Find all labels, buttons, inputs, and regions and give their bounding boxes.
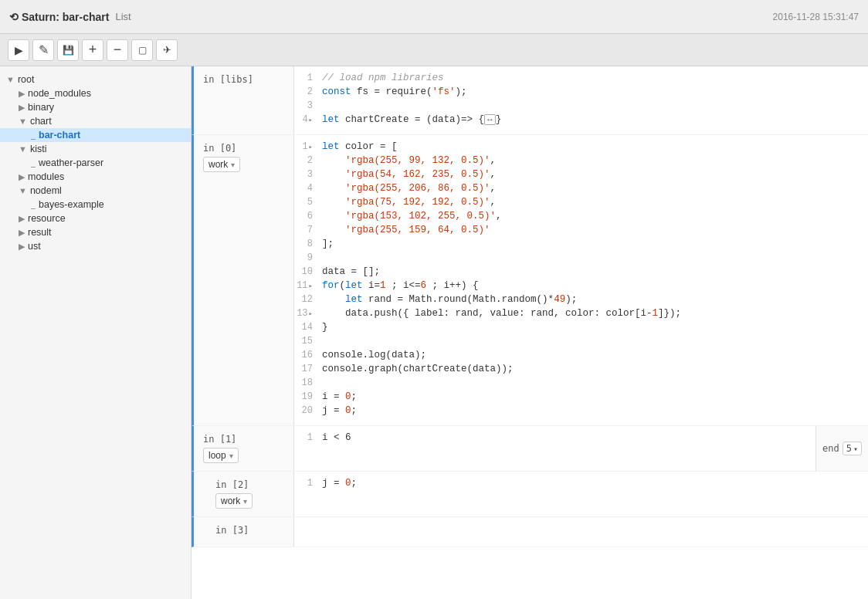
sidebar-item-label: ust: [28, 241, 41, 252]
sidebar-item-node_modules[interactable]: ▶ node_modules: [0, 86, 191, 100]
editor-area: in [libs] 1 // load npm libraries 2 cons…: [192, 66, 868, 599]
code-line: 1▸ let color = [: [294, 141, 868, 155]
sidebar-item-label: binary: [28, 102, 54, 113]
code-line: 20 j = 0;: [294, 405, 868, 419]
code-line: 5 'rgba(75, 192, 192, 0.5)',: [294, 197, 868, 211]
folder-icon: ▶: [19, 89, 25, 99]
cell-badge-loop[interactable]: loop ▾: [203, 448, 239, 463]
clear-button[interactable]: ▢: [131, 39, 153, 61]
topbar: ⟲ Saturn: bar-chart List 2016-11-28 15:3…: [0, 0, 868, 34]
cell-0: in [0] work ▾ 1▸ let color = [ 2 'rgba(2…: [192, 135, 868, 426]
list-link[interactable]: List: [115, 11, 131, 22]
code-line: 3: [294, 100, 868, 114]
code-line: 3 'rgba(54, 162, 235, 0.5)',: [294, 169, 868, 183]
code-line: 10 data = [];: [294, 266, 868, 280]
cell-content-0[interactable]: 1▸ let color = [ 2 'rgba(255, 99, 132, 0…: [294, 135, 868, 425]
file-icon: ⎯: [31, 159, 36, 168]
cell-content-3[interactable]: [294, 517, 868, 547]
main-container: ▼ root ▶ node_modules ▶ binary ▼ chart ⎯…: [0, 66, 868, 599]
folder-icon: ▼: [19, 117, 27, 126]
remove-button[interactable]: −: [107, 39, 128, 61]
sidebar-item-ust[interactable]: ▶ ust: [0, 239, 191, 253]
file-tree: ▼ root ▶ node_modules ▶ binary ▼ chart ⎯…: [0, 66, 192, 599]
code-line: 1 // load npm libraries: [294, 73, 868, 86]
cell-content-libs[interactable]: 1 // load npm libraries 2 const fs = req…: [294, 66, 868, 134]
cell-label-3: in [3]: [215, 525, 284, 536]
sidebar-item-label: chart: [30, 116, 52, 127]
cell-libs: in [libs] 1 // load npm libraries 2 cons…: [192, 66, 868, 135]
cell-2: in [2] work ▾ 1 j = 0;: [192, 472, 868, 517]
folder-icon: ▶: [19, 103, 25, 113]
sidebar-item-root[interactable]: ▼ root: [0, 73, 191, 86]
cell-1: in [1] loop ▾ 1 i < 6 end 5 ▾: [192, 426, 868, 472]
cell-label-0: in [0]: [203, 143, 284, 154]
code-line: 18: [294, 377, 868, 391]
sidebar-item-result[interactable]: ▶ result: [0, 225, 191, 239]
code-line: 2 'rgba(255, 99, 132, 0.5)',: [294, 155, 868, 169]
cell-label-2: in [2]: [215, 479, 284, 490]
sidebar-item-label: root: [18, 74, 35, 85]
code-line: 8 ];: [294, 239, 868, 252]
run-button[interactable]: ▶: [8, 39, 29, 61]
code-line: 7 'rgba(255, 159, 64, 0.5)': [294, 225, 868, 239]
add-button[interactable]: +: [82, 39, 103, 61]
sidebar-item-label: result: [28, 227, 52, 238]
sidebar-item-weather-parser[interactable]: ⎯ weather-parser: [0, 156, 191, 170]
sidebar-item-label: nodeml: [30, 185, 62, 196]
sidebar-item-kisti[interactable]: ▼ kisti: [0, 142, 191, 156]
cell-label-libs: in [libs]: [203, 74, 284, 85]
cell-label-1: in [1]: [203, 434, 284, 445]
code-line: 13▸ data.push({ label: rand, value: rand…: [294, 308, 868, 322]
sidebar-item-label: bayes-example: [39, 199, 104, 210]
sidebar-item-chart[interactable]: ▼ chart: [0, 114, 191, 128]
sidebar-item-bar-chart[interactable]: ⎯ bar-chart: [0, 128, 191, 142]
code-line: 9: [294, 252, 868, 266]
sidebar-item-binary[interactable]: ▶ binary: [0, 100, 191, 114]
code-line: 2 const fs = require('fs');: [294, 86, 868, 100]
sidebar-item-label: weather-parser: [39, 157, 103, 168]
app-logo: ⟲ Saturn: bar-chart: [9, 11, 109, 23]
topbar-left: ⟲ Saturn: bar-chart List: [9, 11, 131, 23]
file-icon: ⎯: [31, 131, 36, 140]
cell-3: in [3]: [192, 517, 868, 547]
code-line: 15: [294, 336, 868, 350]
sidebar-item-label: kisti: [30, 144, 47, 154]
code-line: 17 console.graph(chartCreate(data));: [294, 364, 868, 377]
sidebar-item-label: bar-chart: [39, 130, 80, 140]
code-line: 6 'rgba(153, 102, 255, 0.5)',: [294, 211, 868, 225]
code-line: 16 console.log(data);: [294, 350, 868, 364]
edit-button[interactable]: ✎: [32, 39, 54, 61]
cell-content-2[interactable]: 1 j = 0;: [294, 472, 868, 516]
code-line: 4▸ let chartCreate = (data)=> {↔}: [294, 114, 868, 128]
timestamp: 2016-11-28 15:31:47: [773, 12, 859, 22]
save-button[interactable]: 💾: [57, 39, 79, 61]
bookmark-button[interactable]: ✈: [156, 39, 178, 61]
folder-icon: ▶: [19, 242, 25, 252]
code-line: 11▸ for(let i=1 ; i<=6 ; i++) {: [294, 280, 868, 294]
cell-content-1[interactable]: 1 i < 6: [294, 426, 815, 471]
code-line: 14 }: [294, 322, 868, 336]
file-icon: ⎯: [31, 201, 36, 209]
folder-icon: ▼: [19, 186, 27, 195]
toolbar: ▶ ✎ 💾 + − ▢ ✈: [0, 34, 868, 66]
folder-icon: ▶: [19, 172, 25, 182]
folder-icon: ▶: [19, 214, 25, 224]
sidebar-item-label: node_modules: [28, 88, 91, 99]
end-badge[interactable]: 5 ▾: [843, 442, 862, 455]
sidebar-item-resource[interactable]: ▶ resource: [0, 212, 191, 225]
end-label: end: [822, 443, 839, 454]
sidebar-item-modules[interactable]: ▶ modules: [0, 170, 191, 184]
code-line: 19 i = 0;: [294, 391, 868, 405]
cell-badge-work-2[interactable]: work ▾: [215, 493, 253, 509]
sidebar-item-label: modules: [28, 171, 64, 182]
folder-icon: ▶: [19, 228, 25, 238]
cell-end-1: end 5 ▾: [815, 426, 868, 471]
sidebar-item-nodeml[interactable]: ▼ nodeml: [0, 184, 191, 198]
sidebar-item-bayes-example[interactable]: ⎯ bayes-example: [0, 198, 191, 212]
code-line: 12 let rand = Math.round(Math.random()*4…: [294, 294, 868, 308]
code-line: 4 'rgba(255, 206, 86, 0.5)',: [294, 183, 868, 197]
folder-icon: ▼: [19, 144, 27, 154]
code-line: 1 j = 0;: [294, 478, 868, 492]
code-line: 1 i < 6: [294, 432, 815, 446]
cell-badge-work-0[interactable]: work ▾: [203, 157, 240, 172]
